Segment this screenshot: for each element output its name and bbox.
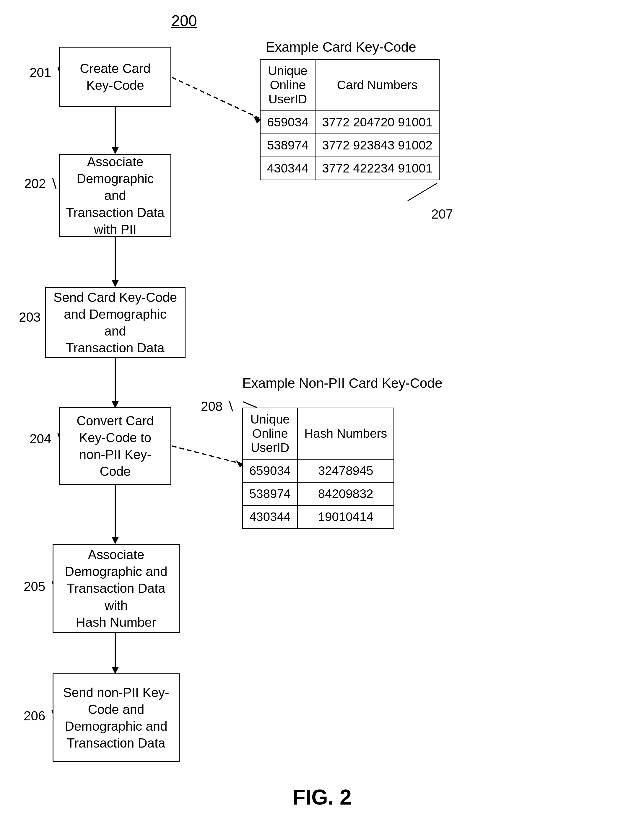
card-number-3: 3772 422234 91001 (315, 157, 439, 180)
svg-line-15 (243, 402, 257, 407)
box-associate-pii: AssociateDemographic andTransaction Data… (59, 154, 171, 237)
hash-number-3: 19010414 (297, 506, 394, 528)
col-header-hash-numbers: Hash Numbers (297, 408, 394, 459)
hash-userid-3: 430344 (242, 506, 297, 528)
box-send-non-pii: Send non-PII Key-Code andDemographic and… (53, 673, 180, 762)
userid-3: 430344 (260, 157, 315, 180)
step-label-206: 206 ∖ (23, 708, 57, 723)
card-number-1: 3772 204720 91001 (315, 111, 439, 134)
svg-marker-7 (112, 537, 119, 544)
box-associate-pii-text: AssociateDemographic andTransaction Data… (66, 153, 164, 238)
box-create-card-key-code-text: Create CardKey-Code (80, 60, 151, 94)
box-associate-hash-text: AssociateDemographic andTransaction Data… (59, 546, 173, 630)
table2-title: Example Non-PII Card Key-Code (242, 375, 442, 391)
box-send-non-pii-text: Send non-PII Key-Code andDemographic and… (63, 684, 169, 752)
box-convert-key-code: Convert CardKey-Code tonon-PII Key-Code (59, 407, 171, 485)
step-label-202: 202 ∖ (24, 176, 58, 191)
card-number-2: 3772 923843 91002 (315, 134, 439, 157)
box-associate-hash: AssociateDemographic andTransaction Data… (53, 544, 180, 633)
svg-marker-9 (112, 667, 119, 674)
table-row: 538974 3772 923843 91002 (260, 134, 439, 157)
table-row: 659034 3772 204720 91001 (260, 111, 439, 134)
table1-title: Example Card Key-Code (266, 39, 416, 55)
figure-number: 200 (171, 12, 197, 30)
box-convert-key-code-text: Convert CardKey-Code tonon-PII Key-Code (66, 412, 164, 480)
box-create-card-key-code: Create CardKey-Code (59, 47, 171, 107)
step-label-204: 204 ∖ (30, 431, 63, 446)
table-row: 430344 19010414 (242, 506, 394, 528)
table-row: 538974 84209832 (242, 482, 394, 506)
card-key-code-table: UniqueOnlineUserID Card Numbers 659034 3… (260, 59, 439, 180)
table-row: 659034 32478945 (242, 459, 394, 482)
userid-1: 659034 (260, 111, 315, 134)
step-label-205: 205 ∖ (23, 579, 57, 594)
userid-2: 538974 (260, 134, 315, 157)
table-row: 430344 3772 422234 91001 (260, 157, 439, 180)
col-header-userid-2: UniqueOnlineUserID (242, 408, 297, 459)
hash-userid-1: 659034 (242, 459, 297, 482)
svg-line-14 (408, 183, 437, 201)
hash-number-1: 32478945 (297, 459, 394, 482)
col-header-userid-1: UniqueOnlineUserID (260, 59, 315, 111)
callout-208: 208 ∖ (201, 399, 234, 414)
box-send-card-key-code: Send Card Key-Codeand Demographic andTra… (45, 287, 186, 358)
diagram-container: 200 201 ∖ Create CardKey-Code 202 ∖ Asso… (0, 0, 644, 827)
svg-line-12 (172, 446, 242, 464)
fig-label: FIG. 2 (292, 785, 352, 809)
hash-userid-2: 538974 (242, 482, 297, 506)
svg-line-10 (172, 77, 259, 118)
box-send-card-key-code-text: Send Card Key-Codeand Demographic andTra… (52, 289, 179, 356)
hash-key-code-table: UniqueOnlineUserID Hash Numbers 659034 3… (242, 407, 394, 529)
callout-207: 207 (431, 207, 453, 222)
col-header-card-numbers: Card Numbers (315, 59, 439, 111)
hash-number-2: 84209832 (297, 482, 394, 506)
step-label-201: 201 ∖ (30, 65, 63, 80)
svg-marker-3 (112, 280, 119, 287)
